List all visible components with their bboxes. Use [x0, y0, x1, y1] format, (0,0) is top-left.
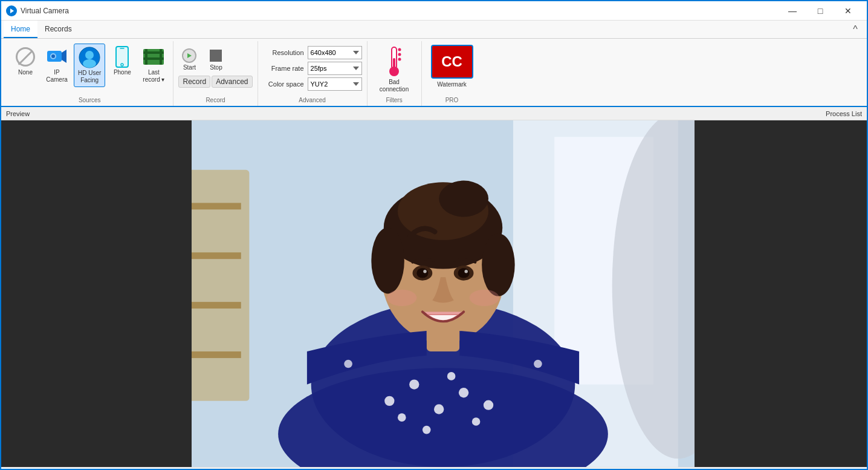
svg-point-5 — [51, 54, 55, 58]
tab-records[interactable]: Records — [37, 21, 79, 38]
svg-rect-32 — [192, 351, 241, 358]
ribbon-group-pro: CC Watermark PRO — [422, 41, 482, 106]
source-phone-label: Phone — [114, 69, 131, 76]
svg-point-47 — [472, 417, 481, 426]
source-ip-camera-label: IPCamera — [46, 69, 68, 83]
advanced-button[interactable]: Advanced — [212, 76, 252, 88]
svg-point-45 — [398, 413, 406, 422]
ribbon-group-filters: Bad connection Filters — [368, 41, 422, 106]
stop-icon — [209, 48, 223, 63]
source-hd-user-facing[interactable]: HD UserFacing — [74, 44, 105, 87]
svg-point-60 — [423, 270, 426, 273]
colorspace-select[interactable]: YUY2 RGB24 RGB32 NV12 — [308, 77, 362, 91]
hd-user-facing-icon — [79, 47, 100, 68]
source-phone[interactable]: Phone — [108, 44, 137, 79]
source-none-label: None — [18, 69, 33, 76]
svg-rect-29 — [192, 203, 241, 209]
source-ip-camera[interactable]: IPCamera — [42, 44, 71, 86]
bad-connection-button[interactable]: Bad connection — [376, 44, 412, 96]
menu-bar: Home Records ^ — [1, 21, 867, 39]
collapse-ribbon-button[interactable]: ^ — [846, 21, 864, 38]
svg-point-23 — [398, 58, 401, 61]
video-frame — [192, 120, 695, 467]
preview-header: Preview Process List — [1, 107, 867, 120]
minimize-button[interactable]: — — [779, 1, 806, 21]
record-group-content: Start Stop Record Advanced — [178, 44, 252, 96]
svg-rect-31 — [192, 302, 241, 308]
svg-point-64 — [344, 360, 352, 368]
svg-point-44 — [484, 400, 493, 410]
svg-point-7 — [85, 51, 94, 59]
svg-point-53 — [439, 181, 488, 217]
bad-connection-label2: connection — [380, 86, 409, 93]
colorspace-row: Color space YUY2 RGB24 RGB32 NV12 — [263, 77, 362, 91]
sources-label: Sources — [11, 96, 168, 106]
framerate-select[interactable]: 25fps 30fps 60fps 15fps — [308, 62, 362, 75]
watermark-icon: CC — [431, 45, 473, 79]
last-record-icon — [143, 46, 164, 68]
svg-point-63 — [470, 290, 499, 306]
app-icon — [6, 5, 17, 16]
preview-area: Preview Process List — [1, 107, 867, 467]
thermometer-icon — [381, 46, 407, 79]
maximize-button[interactable]: □ — [806, 1, 834, 21]
bad-connection-label1: Bad — [389, 79, 400, 86]
record-label-group: Record — [178, 96, 252, 106]
source-none[interactable]: None — [11, 44, 40, 79]
preview-content — [1, 120, 867, 467]
preview-video — [192, 120, 695, 467]
svg-rect-16 — [160, 49, 162, 65]
title-bar-left: Virtual Camera — [6, 5, 69, 16]
source-last-record[interactable]: Lastrecord ▾ — [139, 44, 168, 86]
stop-label: Stop — [210, 64, 222, 71]
status-bar: 13:54:31.6419 Active format: 640 x 480 @… — [1, 467, 867, 470]
svg-rect-9 — [116, 47, 128, 67]
svg-point-40 — [384, 396, 394, 406]
source-hd-label: HD UserFacing — [78, 70, 101, 84]
svg-point-21 — [398, 48, 401, 51]
resolution-select[interactable]: 640x480 1280x720 1920x1080 320x240 — [308, 46, 362, 59]
svg-point-61 — [464, 270, 467, 273]
ribbon: None IPCamera — [1, 39, 867, 107]
resolution-label: Resolution — [263, 49, 304, 56]
tab-home[interactable]: Home — [4, 21, 37, 38]
source-last-record-label: Lastrecord ▾ — [143, 69, 164, 83]
sources-group-content: None IPCamera — [11, 44, 168, 96]
preview-label: Preview — [6, 110, 30, 117]
svg-point-59 — [458, 268, 470, 278]
svg-point-62 — [387, 290, 416, 306]
ribbon-group-sources: None IPCamera — [6, 41, 173, 106]
svg-point-8 — [83, 59, 96, 68]
ribbon-group-advanced: Resolution 640x480 1280x720 1920x1080 32… — [258, 41, 368, 106]
svg-point-22 — [398, 53, 401, 56]
pro-label: PRO — [429, 96, 475, 106]
svg-point-55 — [482, 233, 515, 296]
svg-point-48 — [423, 426, 431, 434]
record-label: Record — [183, 77, 206, 86]
start-icon — [182, 48, 196, 63]
stop-button[interactable]: Stop — [205, 47, 227, 72]
framerate-row: Frame rate 25fps 30fps 60fps 15fps — [263, 62, 362, 75]
start-label: Start — [183, 64, 196, 71]
filters-label: Filters — [372, 96, 416, 106]
svg-point-54 — [371, 227, 404, 293]
app-title: Virtual Camera — [21, 7, 69, 15]
close-button[interactable]: ✕ — [834, 1, 862, 21]
svg-marker-17 — [187, 53, 192, 58]
start-button[interactable]: Start — [178, 47, 200, 72]
record-button[interactable]: Record — [178, 76, 210, 88]
title-bar: Virtual Camera — □ ✕ — [1, 1, 867, 21]
process-list-label: Process List — [826, 110, 862, 117]
watermark-button[interactable]: CC Watermark — [430, 44, 474, 89]
ribbon-group-record: Start Stop Record Advanced — [173, 41, 257, 106]
advanced-form: Resolution 640x480 1280x720 1920x1080 32… — [263, 44, 362, 96]
colorspace-label: Color space — [263, 80, 304, 88]
svg-point-41 — [409, 379, 419, 389]
svg-point-43 — [459, 388, 468, 397]
preview-right-panel — [695, 120, 867, 467]
none-icon — [15, 46, 36, 68]
svg-point-57 — [416, 268, 428, 278]
ip-camera-icon — [46, 46, 68, 68]
svg-point-20 — [389, 67, 399, 76]
framerate-label: Frame rate — [263, 65, 304, 72]
